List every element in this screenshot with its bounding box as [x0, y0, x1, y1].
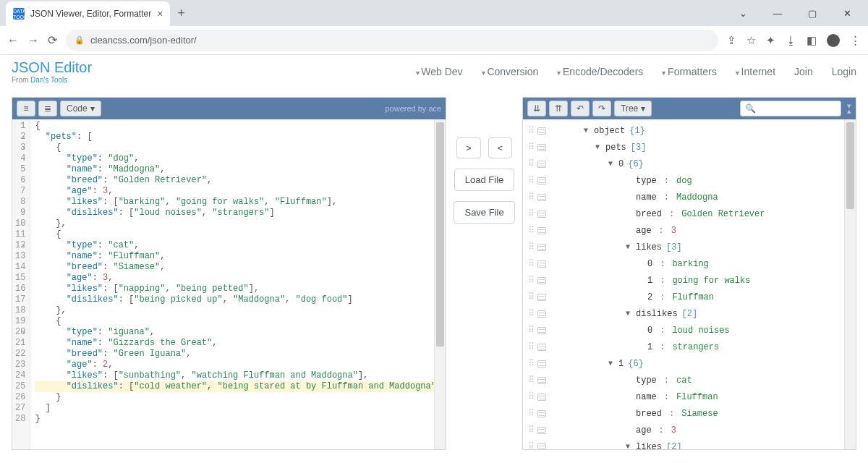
kebab-menu-icon[interactable]: ⋮	[850, 34, 861, 47]
code-line[interactable]: "breed": "Siamese",	[35, 262, 446, 273]
expand-toggle-icon[interactable]: ▼	[607, 160, 614, 168]
drag-handle-icon[interactable]: ⠿	[527, 441, 533, 449]
copy-right-button[interactable]: >	[456, 137, 481, 158]
node-menu-icon[interactable]	[537, 427, 546, 434]
tree-row[interactable]: ⠿name:Fluffman	[526, 388, 856, 405]
drag-handle-icon[interactable]: ⠿	[527, 125, 533, 136]
drag-handle-icon[interactable]: ⠿	[527, 142, 533, 153]
tree-key[interactable]: likes	[636, 442, 662, 450]
minimize-button[interactable]: —	[767, 8, 788, 19]
code-line[interactable]: "age": 3,	[35, 273, 446, 284]
drag-handle-icon[interactable]: ⠿	[527, 408, 533, 419]
bookmark-icon[interactable]: ☆	[746, 34, 756, 47]
code-line[interactable]: "type": "dog",	[35, 153, 446, 164]
node-menu-icon[interactable]	[537, 277, 546, 284]
redo-button[interactable]: ↷	[592, 101, 611, 116]
node-menu-icon[interactable]	[537, 344, 546, 351]
drag-handle-icon[interactable]: ⠿	[527, 258, 533, 269]
address-bar[interactable]: 🔒 cleancss.com/json-editor/	[66, 30, 718, 51]
code-line[interactable]: {	[35, 121, 446, 132]
code-line[interactable]: "name": "Fluffman",	[35, 251, 446, 262]
browser-tab[interactable]: DATA TOOLS JSON Viewer, Editor, Formatte…	[6, 1, 170, 26]
tree-value[interactable]: cat	[676, 375, 692, 386]
tree-view[interactable]: ⠿▼object {1}⠿▼pets [3]⠿▼0 {6}⠿type:dog⠿n…	[523, 119, 856, 449]
code-line[interactable]: "likes": ["sunbathing", "watching Fluffm…	[35, 370, 446, 381]
code-line[interactable]: {	[35, 229, 446, 240]
code-line[interactable]: "type": "cat",	[35, 240, 446, 251]
share-icon[interactable]: ⇪	[727, 34, 736, 47]
tree-value[interactable]: 3	[671, 226, 676, 236]
node-menu-icon[interactable]	[537, 244, 546, 251]
profile-avatar-icon[interactable]	[827, 34, 840, 47]
code-line[interactable]: "dislikes": ["cold weather", "being star…	[35, 381, 441, 392]
nav-encode[interactable]: Encode/Decoders	[557, 66, 643, 77]
expand-toggle-icon[interactable]: ▼	[582, 127, 590, 135]
drag-handle-icon[interactable]: ⠿	[527, 275, 533, 286]
tree-value[interactable]: strangers	[672, 342, 719, 352]
node-menu-icon[interactable]	[537, 410, 546, 417]
code-line[interactable]: "pets": [	[35, 132, 446, 143]
node-menu-icon[interactable]	[537, 227, 546, 234]
expand-toggle-icon[interactable]: ▼	[624, 243, 631, 251]
code-line[interactable]: "age": 2,	[35, 360, 446, 370]
collapse-all-button[interactable]: ⇈	[549, 101, 568, 116]
node-menu-icon[interactable]	[537, 360, 546, 368]
code-line[interactable]: {	[35, 316, 446, 327]
drag-handle-icon[interactable]: ⠿	[527, 325, 533, 336]
drag-handle-icon[interactable]: ⠿	[527, 175, 533, 186]
drag-handle-icon[interactable]: ⠿	[527, 391, 533, 402]
close-window-button[interactable]: ✕	[836, 8, 858, 19]
tree-key[interactable]: 2	[647, 292, 652, 302]
brand-sub-link[interactable]: Dan's Tools	[30, 76, 67, 84]
node-menu-icon[interactable]	[537, 294, 546, 301]
tree-key[interactable]: type	[636, 176, 657, 186]
tree-key[interactable]: age	[636, 425, 652, 436]
drag-handle-icon[interactable]: ⠿	[527, 375, 533, 386]
tree-row[interactable]: ⠿name:Maddogna	[526, 189, 856, 205]
tree-row[interactable]: ⠿▼likes [3]	[526, 239, 856, 255]
node-menu-icon[interactable]	[537, 394, 546, 401]
code-line[interactable]: "likes": ["napping", "being petted"],	[35, 284, 446, 294]
node-menu-icon[interactable]	[537, 327, 546, 334]
tree-scrollbar[interactable]	[844, 119, 856, 449]
expand-toggle-icon[interactable]: ▼	[624, 443, 631, 449]
tree-row[interactable]: ⠿1:going for walks	[526, 272, 856, 289]
drag-handle-icon[interactable]: ⠿	[527, 225, 533, 236]
code-content[interactable]: { "pets": [ { "type": "dog", "name": "Ma…	[30, 119, 446, 449]
drag-handle-icon[interactable]: ⠿	[527, 341, 533, 352]
code-editor[interactable]: 1234567891011121314151617181920212223242…	[12, 119, 446, 449]
tree-key[interactable]: name	[636, 192, 657, 203]
node-menu-icon[interactable]	[537, 211, 546, 218]
tree-row[interactable]: ⠿type:dog	[526, 172, 856, 189]
tree-row[interactable]: ⠿age:3	[526, 422, 856, 438]
expand-toggle-icon[interactable]: ▼	[624, 310, 631, 318]
node-menu-icon[interactable]	[537, 194, 546, 201]
code-line[interactable]: "dislikes": ["being picked up", "Maddogn…	[35, 294, 446, 305]
code-line[interactable]: ]	[35, 403, 446, 414]
tree-value[interactable]: barking	[672, 259, 708, 269]
tree-row[interactable]: ⠿type:cat	[526, 372, 856, 388]
tree-key[interactable]: object	[594, 126, 625, 136]
code-line[interactable]: "dislikes": ["loud noises", "strangers"]	[35, 208, 446, 218]
copy-left-button[interactable]: <	[488, 137, 513, 158]
nav-formatters[interactable]: Formatters	[662, 66, 716, 77]
tree-key[interactable]: 0	[647, 326, 652, 336]
code-line[interactable]: }	[35, 392, 446, 403]
nav-login[interactable]: Login	[832, 66, 856, 77]
tree-row[interactable]: ⠿0:loud noises	[526, 322, 856, 339]
drag-handle-icon[interactable]: ⠿	[527, 208, 533, 219]
code-line[interactable]: "breed": "Green Iguana",	[35, 349, 446, 360]
drag-handle-icon[interactable]: ⠿	[527, 242, 533, 252]
tree-key[interactable]: 0	[647, 259, 652, 269]
tree-row[interactable]: ⠿▼pets [3]	[526, 139, 856, 156]
maximize-button[interactable]: ▢	[801, 8, 823, 19]
tree-row[interactable]: ⠿▼dislikes [2]	[526, 305, 856, 322]
tree-row[interactable]: ⠿breed:Golden Retriever	[526, 205, 856, 222]
code-line[interactable]: "name": "Maddogna",	[35, 164, 446, 175]
tree-row[interactable]: ⠿0:barking	[526, 255, 856, 272]
tree-value[interactable]: Fluffman	[676, 392, 718, 402]
tree-row[interactable]: ⠿2:Fluffman	[526, 289, 856, 305]
node-menu-icon[interactable]	[537, 127, 546, 135]
code-line[interactable]: "type": "iguana",	[35, 327, 446, 338]
tree-key[interactable]: breed	[636, 409, 662, 419]
